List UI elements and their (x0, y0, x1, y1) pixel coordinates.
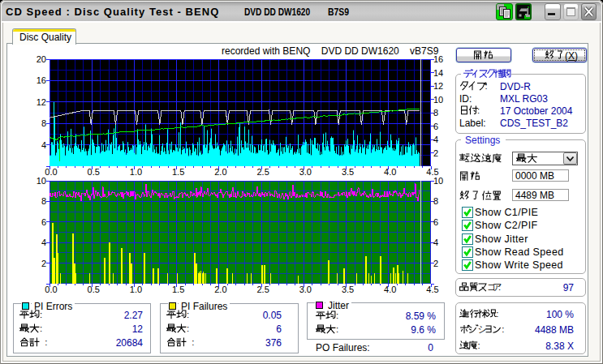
svg-text::: : (336, 310, 338, 320)
svg-text::: : (502, 324, 504, 334)
svg-text::: : (187, 323, 189, 333)
svg-text::: : (187, 310, 189, 319)
svg-text::: : (40, 323, 42, 333)
svg-text::: : (478, 340, 480, 350)
svg-text::: : (498, 282, 501, 292)
svg-text::: : (336, 324, 338, 334)
svg-text::: : (477, 105, 480, 115)
svg-text::: : (485, 81, 488, 91)
svg-text::: : (496, 309, 498, 319)
svg-text::: : (45, 337, 47, 347)
svg-text::: : (192, 337, 194, 347)
svg-text:シ: シ (478, 324, 488, 334)
svg-text::: : (40, 310, 42, 319)
